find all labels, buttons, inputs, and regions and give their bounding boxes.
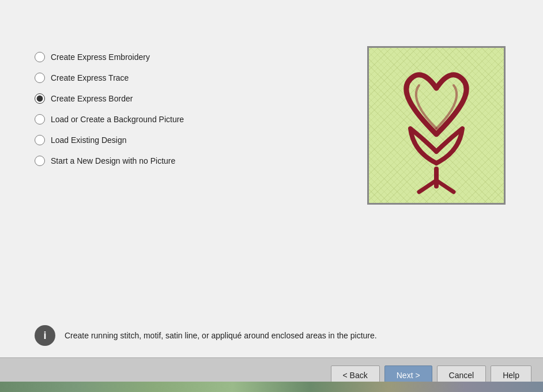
info-icon: i: [35, 325, 55, 346]
option-background-picture-label: Load or Create a Background Picture: [51, 115, 184, 124]
option-express-border-label: Create Express Border: [51, 94, 133, 103]
info-text: Create running stitch, motif, satin line…: [65, 325, 377, 342]
svg-line-1: [419, 180, 436, 192]
main-content: Create Express Embroidery Create Express…: [0, 0, 543, 357]
preview-svg: [379, 54, 494, 198]
option-express-embroidery-label: Create Express Embroidery: [51, 52, 150, 62]
option-express-trace[interactable]: Create Express Trace: [35, 73, 364, 83]
option-new-no-picture[interactable]: Start a New Design with no Picture: [35, 156, 364, 166]
option-load-existing-label: Load Existing Design: [51, 135, 127, 145]
option-new-no-picture-label: Start a New Design with no Picture: [51, 156, 175, 165]
option-background-picture[interactable]: Load or Create a Background Picture: [35, 114, 364, 125]
preview-panel: [364, 46, 508, 205]
options-panel: Create Express Embroidery Create Express…: [35, 46, 364, 166]
option-express-trace-label: Create Express Trace: [51, 73, 129, 82]
option-express-embroidery[interactable]: Create Express Embroidery: [35, 52, 364, 62]
option-express-border[interactable]: Create Express Border: [35, 93, 364, 104]
preview-image: [367, 46, 506, 205]
svg-line-2: [436, 180, 454, 192]
info-section: i Create running stitch, motif, satin li…: [35, 325, 508, 346]
option-load-existing[interactable]: Load Existing Design: [35, 135, 364, 145]
thumbnail-strip: [0, 382, 543, 392]
